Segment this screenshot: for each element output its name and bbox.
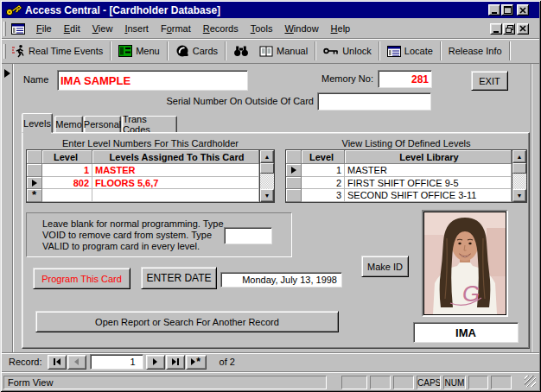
serial-number-field xyxy=(317,92,431,111)
memory-no-label: Memory No: xyxy=(294,73,373,84)
make-id-button[interactable]: Make ID xyxy=(361,256,409,277)
toolbar-cards-button[interactable]: Cards xyxy=(170,41,223,60)
row-selector[interactable] xyxy=(286,189,302,202)
new-record-button[interactable]: * xyxy=(186,355,207,370)
level-cell-empty[interactable] xyxy=(42,189,92,202)
level-cell[interactable]: 1 xyxy=(302,164,345,177)
scroll-down-button[interactable]: ▼ xyxy=(260,189,274,202)
toolbar-label: Cards xyxy=(193,46,218,56)
first-record-button[interactable] xyxy=(48,355,67,370)
scroll-thumb[interactable] xyxy=(260,163,274,174)
menu-help[interactable]: Help xyxy=(325,21,357,36)
status-bar: Form View CAPS NUM xyxy=(2,371,539,390)
level-name-cell[interactable]: FLOORS 5,6,7 xyxy=(92,177,259,190)
minimize-button[interactable] xyxy=(488,4,500,16)
menu-window[interactable]: Window xyxy=(278,21,324,36)
key-icon[interactable] xyxy=(5,4,22,16)
child-minimize-button[interactable] xyxy=(490,23,502,35)
status-empty-panel xyxy=(341,376,367,389)
tab-memo[interactable]: Memo xyxy=(54,116,83,133)
scroll-track[interactable] xyxy=(260,174,274,189)
level-name-cell-empty[interactable] xyxy=(92,189,259,202)
scroll-up-button[interactable]: ▲ xyxy=(260,150,274,163)
level-name-cell[interactable]: SECOND SHIFT OFFICE 3-11 xyxy=(345,189,512,202)
form-system-menu-icon[interactable] xyxy=(11,23,25,35)
next-record-button[interactable] xyxy=(146,355,165,370)
toolbar-real-time-events-button[interactable]: Real Time Events xyxy=(6,41,108,60)
row-selector[interactable] xyxy=(27,164,42,177)
scroll-up-button[interactable]: ▲ xyxy=(512,150,526,163)
scroll-down-button[interactable]: ▼ xyxy=(512,189,526,202)
note-line: VALID to program card in every level. xyxy=(42,241,200,251)
new-row-selector[interactable]: * xyxy=(27,189,42,202)
menu-edit[interactable]: Edit xyxy=(58,21,86,36)
column-header: Level xyxy=(302,150,345,164)
record-number-input[interactable] xyxy=(91,355,143,369)
maximize-button[interactable] xyxy=(501,4,513,16)
level-name-cell[interactable]: FIRST SHIFT OFFICE 9-5 xyxy=(345,177,512,190)
serial-number-input[interactable] xyxy=(318,93,430,110)
menu-insert[interactable]: Insert xyxy=(118,21,155,36)
tab-levels[interactable]: Levels xyxy=(22,113,53,133)
toolbar-find-button[interactable] xyxy=(228,42,254,60)
enter-date-button[interactable]: ENTER DATE xyxy=(141,267,217,289)
toolbar-release-info-button[interactable]: Release Info xyxy=(443,43,507,59)
toolbar-label: Menu xyxy=(136,46,160,56)
table-scrollbar[interactable]: ▲ ▼ xyxy=(512,150,526,202)
toolbar-separator xyxy=(167,41,169,60)
new-record-icon xyxy=(191,358,195,365)
toolbar-manual-button[interactable]: Manual xyxy=(254,43,313,60)
row-selector[interactable] xyxy=(286,177,302,190)
void-valid-input[interactable] xyxy=(225,228,271,243)
form-area: Name Memory No: EXIT Serial Number On Ou… xyxy=(2,64,539,352)
toolbar-menu-button[interactable]: Menu xyxy=(113,42,165,60)
menu-view[interactable]: View xyxy=(86,21,119,36)
programming-note-box: Leave blank for normal programming. Type… xyxy=(26,212,292,257)
scroll-thumb[interactable] xyxy=(512,163,526,174)
date-input[interactable] xyxy=(221,273,341,287)
open-report-button[interactable]: Open Report or Search For Another Record xyxy=(35,311,339,332)
table-new-row: * xyxy=(27,189,259,202)
level-cell[interactable]: 2 xyxy=(302,177,345,190)
app-window: Access Central - [Cardholder Database] xyxy=(0,0,541,392)
card-reader-icon xyxy=(175,44,189,58)
toolbar: Real Time Events Menu xyxy=(2,39,539,64)
memory-no-input[interactable] xyxy=(379,71,431,87)
last-record-button[interactable] xyxy=(166,355,185,370)
close-button[interactable] xyxy=(517,4,529,16)
green-window-icon xyxy=(118,45,132,57)
row-selector-current[interactable] xyxy=(286,164,302,177)
child-close-button[interactable] xyxy=(517,23,529,35)
toolbar-unlock-button[interactable]: Unlock xyxy=(318,43,377,59)
exit-button[interactable]: EXIT xyxy=(471,71,508,91)
date-field xyxy=(220,272,342,288)
table-row: 802 FLOORS 5,6,7 xyxy=(27,177,259,190)
menu-file[interactable]: File xyxy=(30,21,58,36)
tab-personal[interactable]: Personal xyxy=(84,116,121,133)
level-cell[interactable]: 3 xyxy=(302,189,345,202)
level-name-cell[interactable]: MASTER xyxy=(92,164,259,177)
tab-trans-codes[interactable]: Trans Codes xyxy=(122,116,177,133)
menu-tools[interactable]: Tools xyxy=(245,21,279,36)
row-selector-current[interactable] xyxy=(27,177,42,190)
level-cell[interactable]: 1 xyxy=(42,164,92,177)
current-row-arrow-icon xyxy=(291,167,296,174)
record-selector-strip[interactable] xyxy=(2,64,13,352)
scroll-track[interactable] xyxy=(512,174,526,189)
level-cell[interactable]: 802 xyxy=(42,177,92,190)
child-restore-button[interactable] xyxy=(503,23,515,35)
titlebar[interactable]: Access Central - [Cardholder Database] xyxy=(2,2,539,18)
toolbar-locate-button[interactable]: Locate xyxy=(382,43,438,60)
toolbar-separator xyxy=(225,41,226,60)
serial-number-label: Serial Number On Outside Of Card xyxy=(131,96,314,106)
menu-records[interactable]: Records xyxy=(197,21,245,36)
photo-name-input[interactable] xyxy=(414,323,518,342)
previous-record-button[interactable] xyxy=(67,355,86,370)
menu-format[interactable]: Format xyxy=(155,21,197,36)
menubar-grip[interactable] xyxy=(3,22,6,36)
resize-grip[interactable] xyxy=(525,376,536,387)
level-name-cell[interactable]: MASTER xyxy=(345,164,512,177)
table-scrollbar[interactable]: ▲ ▼ xyxy=(259,150,274,202)
name-input[interactable] xyxy=(58,71,247,90)
program-this-card-button[interactable]: Program This Card xyxy=(33,268,130,289)
